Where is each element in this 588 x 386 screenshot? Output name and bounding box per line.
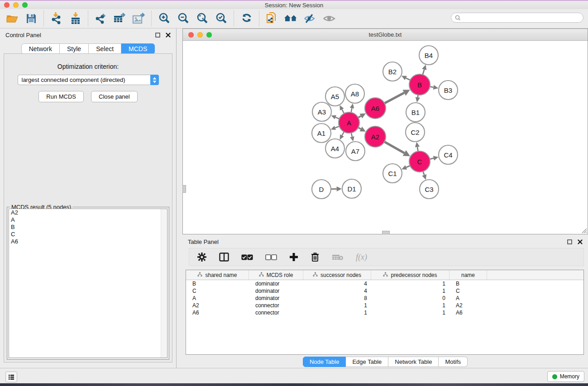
graph-node-C3[interactable]: C3 [420, 180, 439, 199]
export-network-icon[interactable] [93, 11, 109, 26]
graph-node-C1[interactable]: C1 [383, 164, 402, 183]
graph-node-A6[interactable]: A6 [365, 98, 386, 119]
graph-node-C2[interactable]: C2 [406, 123, 425, 142]
resize-grip-icon[interactable] [581, 227, 587, 234]
search-field[interactable] [451, 13, 583, 23]
search-input[interactable] [463, 14, 579, 21]
show-all-icon[interactable] [321, 11, 337, 26]
tab-select[interactable]: Select [89, 43, 121, 54]
graph-node-A[interactable]: A [339, 112, 359, 133]
zoom-in-icon[interactable] [157, 11, 172, 26]
edge-A-A8[interactable] [351, 108, 352, 113]
import-network-icon[interactable] [49, 11, 64, 26]
graph-node-A2[interactable]: A2 [365, 126, 386, 147]
edge-B-B4[interactable] [423, 70, 425, 75]
edge-A-A5[interactable] [342, 110, 344, 114]
graph-node-A5[interactable]: A5 [325, 87, 344, 106]
edge-B-B3[interactable] [430, 86, 434, 87]
tab-motifs[interactable]: Motifs [439, 357, 468, 367]
graph-node-C4[interactable]: C4 [439, 145, 458, 164]
result-item[interactable]: B [9, 224, 167, 231]
table-row[interactable]: A6connector11A6 [186, 309, 583, 316]
result-item[interactable]: A [9, 216, 167, 224]
table-row[interactable]: Bdominator41B [186, 280, 583, 287]
window-titlebar[interactable]: Session: New Session [0, 1, 588, 9]
graph-node-A7[interactable]: A7 [346, 142, 365, 161]
edge-C-C2[interactable] [417, 147, 418, 152]
delete-column-icon[interactable] [311, 252, 320, 262]
delete-table-icon[interactable] [332, 253, 344, 261]
task-history-button[interactable] [5, 372, 17, 382]
close-panel-icon[interactable] [166, 33, 171, 38]
graph-node-B[interactable]: B [409, 74, 430, 95]
table-row[interactable]: Cdominator41C [186, 287, 583, 295]
zoom-fit-icon[interactable] [195, 11, 210, 26]
table-row[interactable]: A2connector11A2 [186, 302, 583, 309]
function-builder-icon[interactable]: f(x) [356, 253, 367, 262]
column-header-shared-name[interactable]: shared name [186, 270, 249, 280]
edge-A-A1[interactable] [335, 126, 339, 128]
graph-node-D[interactable]: D [312, 180, 331, 199]
select-all-icon[interactable] [241, 254, 253, 260]
float-table-panel-icon[interactable] [567, 239, 572, 244]
bottom-splitter-handle[interactable] [382, 231, 390, 234]
graph-node-A1[interactable]: A1 [312, 124, 331, 143]
run-mcds-button[interactable]: Run MCDS [38, 91, 84, 102]
mcds-result-list[interactable]: A2ABCA6 [9, 209, 167, 358]
edge-C-C3[interactable] [423, 172, 425, 175]
export-table-icon[interactable] [112, 11, 128, 26]
open-file-icon[interactable] [5, 11, 20, 26]
edge-A6-B[interactable] [384, 93, 404, 103]
edge-B-B2[interactable] [406, 78, 411, 80]
graph-node-C[interactable]: C [409, 151, 430, 172]
graph-node-A3[interactable]: A3 [312, 102, 331, 121]
graph-node-B4[interactable]: B4 [419, 46, 438, 65]
tab-mcds[interactable]: MCDS [121, 43, 155, 54]
tab-network-table[interactable]: Network Table [388, 357, 439, 367]
edge-A-A4[interactable] [342, 132, 344, 135]
graph-node-B3[interactable]: B3 [439, 81, 458, 100]
result-item[interactable]: A6 [9, 238, 167, 245]
network-frame-titlebar[interactable]: testGlobe.txt [183, 29, 588, 41]
tab-style[interactable]: Style [60, 43, 89, 54]
memory-button[interactable]: Memory [547, 371, 584, 382]
graph-node-B1[interactable]: B1 [406, 103, 425, 122]
zoom-out-icon[interactable] [176, 11, 191, 26]
edge-A-A3[interactable] [335, 117, 339, 119]
float-panel-icon[interactable] [155, 33, 160, 38]
node-table[interactable]: shared nameMCDS rolesuccessor nodesprede… [186, 270, 584, 355]
settings-gear-icon[interactable] [197, 252, 207, 262]
table-row[interactable]: Adominator80A [186, 295, 583, 302]
left-splitter-handle[interactable] [182, 185, 186, 193]
first-neighbors-icon[interactable] [283, 11, 299, 26]
tab-edge-table[interactable]: Edge Table [346, 357, 388, 367]
column-header-predecessor-nodes[interactable]: predecessor nodes [371, 270, 449, 280]
network-graph[interactable]: B4B2BB3A5A8A6A3B1AA1C2A2A4A7C4CC1C3DD1 [183, 41, 588, 234]
new-network-from-selection-icon[interactable] [264, 11, 280, 26]
tab-node-table[interactable]: Node Table [303, 357, 346, 367]
deselect-all-icon[interactable] [265, 254, 277, 260]
graph-node-D1[interactable]: D1 [342, 179, 361, 198]
zoom-selected-icon[interactable] [214, 11, 229, 26]
optimization-criterion-dropdown[interactable]: largest connected component (directed) [18, 75, 159, 85]
tab-network[interactable]: Network [21, 43, 60, 54]
result-scrollbar[interactable] [161, 209, 167, 357]
column-layout-icon[interactable] [219, 253, 229, 262]
edge-C-C4[interactable] [430, 158, 434, 159]
import-table-icon[interactable] [68, 11, 83, 26]
edge-A2-C[interactable] [384, 142, 404, 153]
result-item[interactable]: A2 [9, 209, 167, 216]
close-table-panel-icon[interactable] [578, 239, 583, 244]
refresh-layout-icon[interactable] [239, 11, 254, 26]
column-header-successor-nodes[interactable]: successor nodes [303, 270, 371, 280]
column-header-MCDS-role[interactable]: MCDS role [249, 270, 303, 280]
result-item[interactable]: C [9, 231, 167, 238]
export-image-icon[interactable] [131, 11, 147, 26]
network-canvas[interactable]: B4B2BB3A5A8A6A3B1AA1C2A2A4A7C4CC1C3DD1 [183, 41, 588, 234]
save-session-icon[interactable] [24, 11, 39, 26]
graph-node-A8[interactable]: A8 [345, 84, 364, 103]
graph-node-B2[interactable]: B2 [383, 62, 402, 81]
edge-C-C1[interactable] [406, 166, 410, 167]
graph-node-A4[interactable]: A4 [325, 139, 344, 158]
edge-A-A7[interactable] [351, 133, 352, 137]
